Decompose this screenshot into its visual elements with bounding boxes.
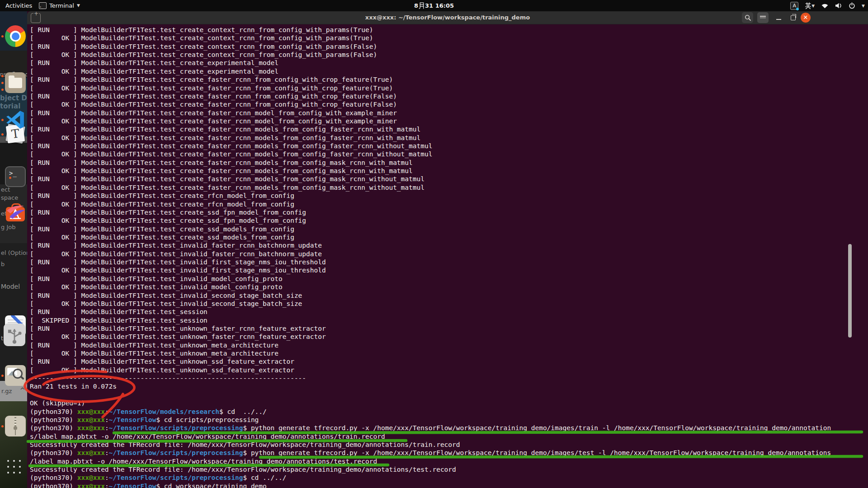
terminal-line: [ RUN ] ModelBuilderTF1Test.test_unknown… [30,341,868,349]
running-indicator-dot [1,133,4,136]
terminal-line: ----------------------------------------… [30,374,868,382]
download-filename: r.gz [0,388,12,394]
prompt-glyph: >_ [9,169,17,177]
clock[interactable]: 8 31 16:05 [0,0,868,11]
terminal-output[interactable]: [ RUN ] ModelBuilderTF1Test.test_create_… [27,24,868,488]
running-indicator-dot [9,177,11,179]
color-swoosh-icon [5,203,26,222]
terminal-line: (python370) xxx@xxx:~/TensorFlow/scripts… [30,474,868,482]
zipper-tape [15,430,16,435]
dock-item-chrome[interactable] [5,25,26,47]
wifi-icon[interactable] [818,0,832,11]
cjk-month-glyph [419,2,425,9]
dock: r.gz ^ nsorflow-obbject Detetorialectspa… [0,11,27,488]
top-bar: Activities Terminal ▼ 8 31 16:05 A [0,0,868,11]
search-icon [745,14,751,21]
cjk-lang-glyph [805,2,811,9]
dock-item-files[interactable] [5,72,26,93]
terminal-line: [ RUN ] ModelBuilderTF1Test.test_invalid… [30,258,868,266]
terminal-line: [ OK ] ModelBuilderTF1Test.test_create_s… [30,216,868,225]
clock-time: 31 16:05 [425,0,454,11]
running-indicator-dot [1,119,4,121]
volume-icon[interactable] [832,0,845,11]
terminal-line: [ RUN ] ModelBuilderTF1Test.test_create_… [30,159,868,167]
terminal-line: [ RUN ] ModelBuilderTF1Test.test_invalid… [30,275,868,283]
terminal-line: [ OK ] ModelBuilderTF1Test.test_invalid_… [30,250,868,258]
terminal-line: [ RUN ] ModelBuilderTF1Test.test_create_… [30,125,868,133]
desktop-wallpaper [0,401,27,488]
terminal-line: [ RUN ] ModelBuilderTF1Test.test_create_… [30,42,868,51]
terminal-line: [ RUN ] ModelBuilderTF1Test.test_create_… [30,109,868,117]
menu-button[interactable] [757,12,769,23]
terminal-line: [ OK ] ModelBuilderTF1Test.test_unknown_… [30,366,868,374]
tray-chevron-down-icon[interactable]: ▼ [859,0,868,11]
terminal-line: (python370) xxx@xxx:~/TensorFlow/models/… [30,408,868,416]
zipper-slider [14,427,17,430]
dock-item-image-viewer[interactable] [5,365,26,386]
dock-item-terminal[interactable]: >_ [5,166,26,187]
input-lang-indicator[interactable]: ▼ [802,0,818,11]
dock-item-usb-drive[interactable] [4,324,25,346]
terminal-line: [ OK ] ModelBuilderTF1Test.test_create_e… [30,67,868,75]
close-button[interactable]: ✕ [801,13,811,23]
magnifier-handle [20,375,24,380]
terminal-line: [ OK ] ModelBuilderTF1Test.test_create_f… [30,100,868,108]
terminal-line: [ OK ] ModelBuilderTF1Test.test_create_f… [30,134,868,142]
terminal-line: [ RUN ] ModelBuilderTF1Test.test_invalid… [30,241,868,249]
terminal-line: [ RUN ] ModelBuilderTF1Test.test_create_… [30,208,868,216]
zipper-teeth [14,417,16,427]
running-indicator-dot [1,75,4,77]
terminal-line: [ RUN ] ModelBuilderTF1Test.test_create_… [30,26,868,34]
terminal-line: (python370) xxx@xxx:~/TensorFlow/scripts… [30,424,868,432]
terminal-line: [ RUN ] ModelBuilderTF1Test.test_unknown… [30,324,868,333]
terminal-line: [ RUN ] ModelBuilderTF1Test.test_create_… [30,142,868,150]
terminal-line: Successfully created the TFRecord file: … [30,465,868,474]
desktop: Activities Terminal ▼ 8 31 16:05 A [0,0,868,488]
dock-item-graphics-app[interactable] [5,203,26,222]
terminal-line: [ OK ] ModelBuilderTF1Test.test_create_f… [30,183,868,192]
restore-icon [791,15,796,20]
terminal-line: [ SKIPPED ] ModelBuilderTF1Test.test_ses… [30,316,868,324]
terminal-line: [ OK ] ModelBuilderTF1Test.test_invalid_… [30,300,868,308]
clock-day-digit: 8 [414,0,418,11]
running-indicator-dot [1,82,4,84]
search-button[interactable] [742,12,753,23]
terminal-line: [ RUN ] ModelBuilderTF1Test.test_create_… [30,92,868,100]
terminal-line: Ran 21 tests in 0.072s [30,382,868,390]
terminal-line: [ OK ] ModelBuilderTF1Test.test_create_r… [30,200,868,208]
terminal-line: [ OK ] ModelBuilderTF1Test.test_create_f… [30,150,868,158]
chevron-down-icon: ▼ [811,4,815,8]
running-indicator-dot [1,375,4,377]
terminal-line: Successfully created the TFRecord file: … [30,441,868,449]
system-tray: A ▼ [787,0,868,11]
terminal-line: OK (skipped=1) [30,399,868,407]
terminal-line: [ OK ] ModelBuilderTF1Test.test_create_c… [30,34,868,42]
chevron-up-icon: ^ [19,386,25,394]
restore-button[interactable] [788,12,799,23]
terminal-line: [ RUN ] ModelBuilderTF1Test.test_create_… [30,225,868,233]
terminal-line: (python370) xxx@xxx:~/TensorFlow$ cd wor… [30,482,868,488]
minimize-button[interactable] [773,12,784,23]
terminal-line: s/label_map.pbtxt -o /home/xxx/TensorFlo… [30,432,868,441]
terminal-line [30,391,868,399]
terminal-line: [ RUN ] ModelBuilderTF1Test.test_session [30,308,868,316]
terminal-line: [ OK ] ModelBuilderTF1Test.test_create_c… [30,51,868,59]
scrollbar-thumb[interactable] [848,244,852,338]
dock-item-vscode[interactable] [5,109,26,130]
terminal-line: [ OK ] ModelBuilderTF1Test.test_create_f… [30,84,868,92]
terminal-line: [ RUN ] ModelBuilderTF1Test.test_create_… [30,59,868,67]
vscode-icon [5,109,26,130]
folder-icon [9,78,22,88]
running-indicator-dot [1,35,4,38]
terminal-line: [ OK ] ModelBuilderTF1Test.test_unknown_… [30,349,868,357]
dock-item-archive-manager[interactable] [5,416,26,436]
show-applications-button[interactable] [7,460,22,474]
terminal-line: [ OK ] ModelBuilderTF1Test.test_unknown_… [30,333,868,341]
titlebar[interactable]: xxx@xxx: ~/TensorFlow/workspace/training… [27,11,868,24]
terminal-window: xxx@xxx: ~/TensorFlow/workspace/training… [27,11,868,488]
terminal-line: [ OK ] ModelBuilderTF1Test.test_invalid_… [30,283,868,291]
power-icon[interactable] [845,0,859,11]
terminal-line: [ RUN ] ModelBuilderTF1Test.test_invalid… [30,291,868,300]
terminal-line: [ OK ] ModelBuilderTF1Test.test_create_s… [30,233,868,241]
input-method-icon[interactable]: A [787,0,802,11]
